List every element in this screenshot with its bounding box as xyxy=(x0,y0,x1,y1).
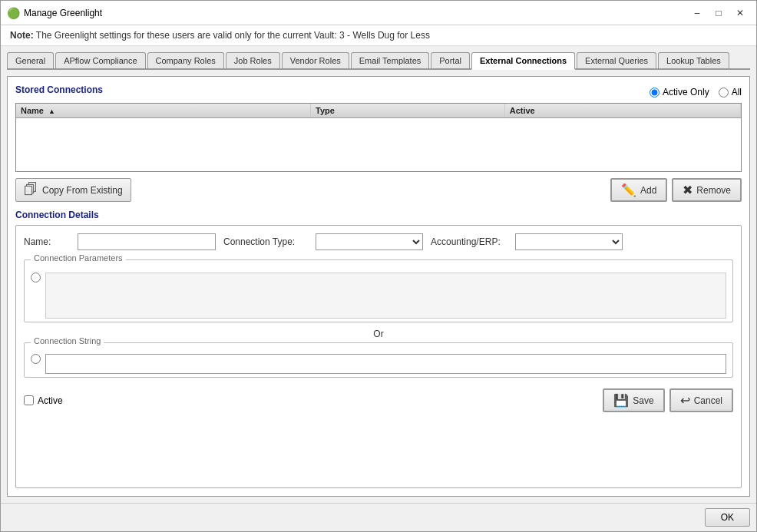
add-icon: ✏️ xyxy=(621,183,636,197)
note-label: Note: xyxy=(10,30,34,41)
stored-connections-title: Stored Connections xyxy=(15,84,103,95)
connection-string-row xyxy=(31,354,726,374)
remove-button[interactable]: ✖ Remove xyxy=(672,178,742,202)
tab-email-templates[interactable]: Email Templates xyxy=(351,52,430,68)
tab-general[interactable]: General xyxy=(7,52,54,68)
filter-all-text: All xyxy=(732,87,742,97)
cancel-icon: ↩ xyxy=(680,393,690,408)
window-title: Manage Greenlight xyxy=(24,8,687,18)
close-button[interactable]: ✕ xyxy=(730,5,750,21)
tab-job-roles[interactable]: Job Roles xyxy=(226,52,280,68)
connection-string-input[interactable] xyxy=(45,354,726,374)
filter-active-only-label[interactable]: Active Only xyxy=(650,87,709,97)
remove-label: Remove xyxy=(696,185,731,196)
action-row: 🗍 Copy From Existing ✏️ Add ✖ Remove xyxy=(15,178,742,202)
ok-bar: OK xyxy=(1,503,756,531)
note-text: The Greenlight settings for these users … xyxy=(36,30,430,41)
tab-apflow-compliance[interactable]: APflow Compliance xyxy=(55,52,145,68)
add-button[interactable]: ✏️ Add xyxy=(610,178,667,202)
connection-details-title: Connection Details xyxy=(15,210,742,220)
col-name[interactable]: Name ▲ xyxy=(16,104,311,118)
col-active: Active xyxy=(504,104,740,118)
minimize-button[interactable]: – xyxy=(687,5,707,21)
cancel-label: Cancel xyxy=(694,395,722,406)
tab-external-connections[interactable]: External Connections xyxy=(471,52,575,70)
name-label: Name: xyxy=(24,236,70,247)
accounting-erp-select[interactable] xyxy=(515,233,623,250)
connections-table-container: Name ▲ Type Active xyxy=(15,103,742,172)
cancel-button[interactable]: ↩ Cancel xyxy=(669,388,733,412)
copy-from-existing-label: Copy From Existing xyxy=(42,185,123,196)
filter-active-only-text: Active Only xyxy=(663,87,709,97)
connection-params-row xyxy=(31,269,726,319)
col-type: Type xyxy=(311,104,505,118)
tab-company-roles[interactable]: Company Roles xyxy=(147,52,224,68)
connection-parameters-fieldset: Connection Parameters xyxy=(24,259,733,322)
window-controls: – □ ✕ xyxy=(687,5,750,21)
save-icon: 💾 xyxy=(613,393,629,408)
main-window: 🟢 Manage Greenlight – □ ✕ Note: The Gree… xyxy=(0,0,757,532)
save-cancel-row: 💾 Save ↩ Cancel xyxy=(603,388,733,412)
tab-bar: General APflow Compliance Company Roles … xyxy=(7,52,750,70)
accounting-erp-label: Accounting/ERP: xyxy=(431,236,507,247)
panel-external-connections: Stored Connections Active Only All xyxy=(7,76,750,497)
bottom-row: Active 💾 Save ↩ Cancel xyxy=(24,388,733,412)
col-name-sort-arrow: ▲ xyxy=(48,107,55,115)
conn-params-radio[interactable] xyxy=(31,273,41,283)
active-checkbox[interactable] xyxy=(24,395,34,405)
ok-button[interactable]: OK xyxy=(705,508,750,527)
copy-icon: 🗍 xyxy=(24,182,38,198)
title-bar: 🟢 Manage Greenlight – □ ✕ xyxy=(1,1,756,25)
stored-connections-header: Stored Connections Active Only All xyxy=(15,84,742,100)
name-input[interactable] xyxy=(78,233,216,250)
add-label: Add xyxy=(640,185,656,196)
tab-vendor-roles[interactable]: Vendor Roles xyxy=(282,52,349,68)
filter-active-only-radio[interactable] xyxy=(650,88,659,97)
active-label: Active xyxy=(38,395,63,406)
tab-external-queries[interactable]: External Queries xyxy=(577,52,656,68)
save-button[interactable]: 💾 Save xyxy=(603,388,664,412)
connection-parameters-legend: Connection Parameters xyxy=(31,253,126,263)
save-label: Save xyxy=(633,395,653,406)
or-label: Or xyxy=(24,327,733,341)
remove-icon: ✖ xyxy=(683,183,693,197)
note-bar: Note: The Greenlight settings for these … xyxy=(1,25,756,46)
tab-portal[interactable]: Portal xyxy=(431,52,470,68)
filter-radio-group: Active Only All xyxy=(650,87,742,97)
connection-details-panel: Name: Connection Type: Accounting/ERP: C… xyxy=(15,225,742,488)
active-check-row: Active xyxy=(24,395,63,406)
connection-type-label: Connection Type: xyxy=(223,236,308,247)
connection-type-select[interactable] xyxy=(316,233,423,250)
copy-from-existing-button[interactable]: 🗍 Copy From Existing xyxy=(15,178,131,202)
connection-string-fieldset: Connection String xyxy=(24,342,733,378)
connections-table: Name ▲ Type Active xyxy=(16,104,741,118)
connection-params-area xyxy=(45,273,726,319)
maximize-button[interactable]: □ xyxy=(709,5,729,21)
filter-all-radio[interactable] xyxy=(719,88,729,97)
connection-string-legend: Connection String xyxy=(31,336,104,345)
app-icon: 🟢 xyxy=(7,7,19,19)
col-name-label: Name xyxy=(21,106,44,115)
filter-all-label[interactable]: All xyxy=(719,87,742,97)
conn-string-radio[interactable] xyxy=(31,354,41,364)
form-row-top: Name: Connection Type: Accounting/ERP: xyxy=(24,233,733,250)
main-content: General APflow Compliance Company Roles … xyxy=(1,46,756,503)
add-remove-row: ✏️ Add ✖ Remove xyxy=(610,178,742,202)
tab-lookup-tables[interactable]: Lookup Tables xyxy=(658,52,729,68)
